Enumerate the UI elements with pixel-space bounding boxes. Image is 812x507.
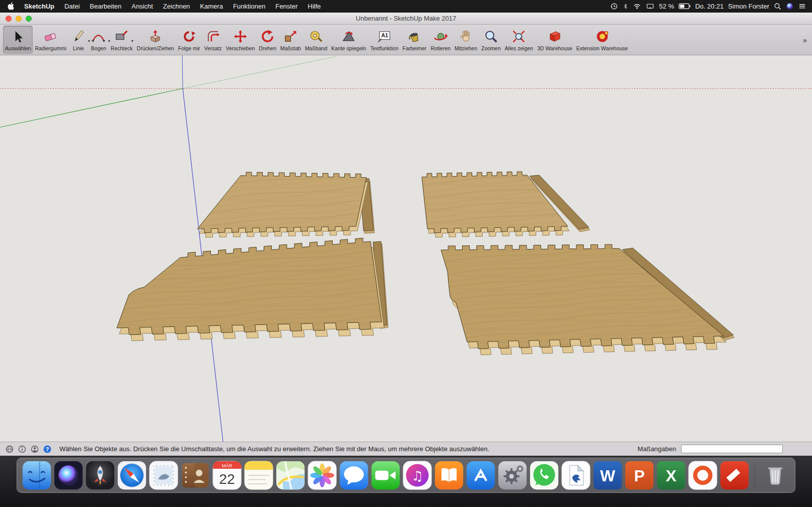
- move-tool-button[interactable]: Verschieben: [224, 26, 257, 54]
- dock-excel-icon[interactable]: X: [656, 460, 686, 490]
- flip-edge-tool-button[interactable]: Kante spiegeln: [329, 26, 368, 54]
- dock-safari-icon[interactable]: [117, 460, 147, 490]
- green-axis: [0, 89, 183, 127]
- orbit-tool-button[interactable]: Rotieren: [428, 26, 453, 54]
- warehouse-3d-tool-button[interactable]: 3D Warehouse: [535, 26, 574, 54]
- help-icon[interactable]: ?: [43, 445, 52, 454]
- svg-text:A1: A1: [381, 32, 388, 38]
- rotate-tool-button[interactable]: Drehen: [257, 26, 278, 54]
- plywood-panel-top-left-grain: [197, 172, 366, 233]
- model-viewport[interactable]: [0, 55, 812, 442]
- dock-facetime-icon[interactable]: [371, 460, 401, 490]
- menu-username[interactable]: Simon Forster: [728, 3, 769, 10]
- tool-label: Textfunktion: [370, 45, 398, 51]
- pencil-tool-button[interactable]: ▾Linie: [68, 26, 89, 54]
- dock-appstore-icon[interactable]: [466, 460, 496, 490]
- dropdown-caret-icon[interactable]: ▾: [108, 39, 110, 43]
- pan-tool-button[interactable]: Mitziehen: [453, 26, 479, 54]
- paint-bucket-icon: [406, 29, 422, 45]
- dock-finder-icon[interactable]: [22, 460, 52, 490]
- zoom-tool-button[interactable]: Zoomen: [479, 26, 503, 54]
- zoom-window-button[interactable]: [26, 16, 32, 22]
- dock-photos-icon[interactable]: [307, 460, 337, 490]
- dock-whatsapp-icon[interactable]: [529, 460, 559, 490]
- extension-warehouse-tool-button[interactable]: Extension Warehouse: [574, 26, 630, 54]
- dock-books-icon[interactable]: [434, 460, 464, 490]
- dock-notes-icon[interactable]: [244, 460, 274, 490]
- pushpull-tool-button[interactable]: Drücken/Ziehen: [135, 26, 176, 54]
- pan-icon: [458, 29, 474, 45]
- dock-calendar-icon[interactable]: MÄR22: [212, 460, 242, 490]
- menu-funktionen[interactable]: Funktionen: [228, 0, 270, 13]
- dropdown-caret-icon[interactable]: ▾: [88, 39, 90, 43]
- battery-icon[interactable]: [679, 3, 691, 10]
- dock-maps-icon[interactable]: [275, 460, 306, 490]
- select-icon: [10, 29, 26, 45]
- paint-bucket-tool-button[interactable]: Farbeimer: [401, 26, 429, 54]
- menu-ansicht[interactable]: Ansicht: [126, 0, 158, 13]
- dock-sketchup-icon[interactable]: [719, 460, 750, 490]
- dock-powerpoint-icon[interactable]: P: [624, 460, 654, 490]
- menu-fenster[interactable]: Fenster: [270, 0, 303, 13]
- menu-kamera[interactable]: Kamera: [195, 0, 228, 13]
- wifi-icon[interactable]: [633, 3, 641, 10]
- history-icon[interactable]: [610, 3, 618, 10]
- dock-contacts-icon[interactable]: [180, 460, 210, 490]
- dock-separator: [755, 462, 755, 488]
- plywood-panel-bottom-left-grain: [117, 238, 382, 334]
- close-window-button[interactable]: [6, 16, 12, 22]
- minimize-window-button[interactable]: [16, 16, 22, 22]
- menu-datetime[interactable]: Do. 20:21: [695, 3, 723, 10]
- dock-launchpad-icon[interactable]: [85, 460, 115, 490]
- user-icon[interactable]: [30, 445, 39, 454]
- eraser-tool-button[interactable]: Radiergummi: [33, 26, 68, 54]
- tool-label: Mitziehen: [455, 45, 477, 51]
- apple-menu-icon[interactable]: [6, 2, 19, 11]
- dock-settings-icon[interactable]: [497, 460, 528, 490]
- svg-text:X: X: [666, 467, 676, 485]
- tool-label: Drücken/Ziehen: [137, 45, 174, 51]
- menu-hilfe[interactable]: Hilfe: [303, 0, 326, 13]
- dock-opera-icon[interactable]: [688, 460, 718, 490]
- arc-tool-button[interactable]: ▾Bogen: [89, 26, 109, 54]
- menu-list-icon[interactable]: [798, 3, 806, 10]
- viewport-canvas[interactable]: [0, 55, 812, 442]
- tool-label: Bogen: [91, 45, 106, 51]
- rectangle-tool-button[interactable]: ▾Rechteck: [109, 26, 135, 54]
- window-title-bar[interactable]: Unbenannt - SketchUp Make 2017: [0, 13, 812, 25]
- tool-label: Rotieren: [430, 45, 451, 51]
- menu-bearbeiten[interactable]: Bearbeiten: [85, 0, 126, 13]
- bluetooth-icon[interactable]: [623, 3, 628, 10]
- toolbar: AuswählenRadiergummi▾Linie▾Bogen▾Rechtec…: [0, 25, 812, 55]
- dock-trash-icon[interactable]: [760, 460, 790, 490]
- geolocation-icon[interactable]: [5, 445, 14, 454]
- menu-datei[interactable]: Datei: [59, 0, 85, 13]
- offset-tool-button[interactable]: Versatz: [202, 26, 224, 54]
- offset-icon: [205, 29, 221, 45]
- info-icon[interactable]: [18, 445, 27, 454]
- scale-tool-button[interactable]: Maßstab: [278, 26, 303, 54]
- menu-sketchup[interactable]: SketchUp: [19, 0, 59, 13]
- display-icon[interactable]: [646, 3, 654, 10]
- dock-word-icon[interactable]: W: [593, 460, 623, 490]
- dropdown-caret-icon[interactable]: ▾: [131, 39, 133, 43]
- select-tool-button[interactable]: Auswählen: [3, 26, 33, 54]
- followme-tool-button[interactable]: Folge mir: [176, 26, 202, 54]
- measurements-input[interactable]: [681, 445, 783, 453]
- svg-text:MÄR: MÄR: [222, 463, 233, 468]
- zoom-extents-tool-button[interactable]: Alles zeigen: [503, 26, 536, 54]
- move-icon: [232, 29, 248, 45]
- siri-icon[interactable]: [786, 3, 794, 10]
- text-tool-button[interactable]: A1Textfunktion: [368, 26, 400, 54]
- dock-messages-icon[interactable]: [339, 460, 369, 490]
- battery-percent[interactable]: 52 %: [659, 3, 674, 10]
- tape-measure-tool-button[interactable]: Maßband: [303, 26, 329, 54]
- menu-zeichnen[interactable]: Zeichnen: [158, 0, 195, 13]
- toolbar-overflow-chevron[interactable]: »: [801, 36, 809, 44]
- dock-music-icon[interactable]: ♫: [402, 460, 432, 490]
- svg-text:22: 22: [219, 471, 235, 487]
- search-icon[interactable]: [774, 3, 781, 10]
- dock-libreoffice-icon[interactable]: [561, 460, 591, 490]
- dock-siri-icon[interactable]: [53, 460, 84, 490]
- dock-mail-icon[interactable]: [149, 460, 179, 490]
